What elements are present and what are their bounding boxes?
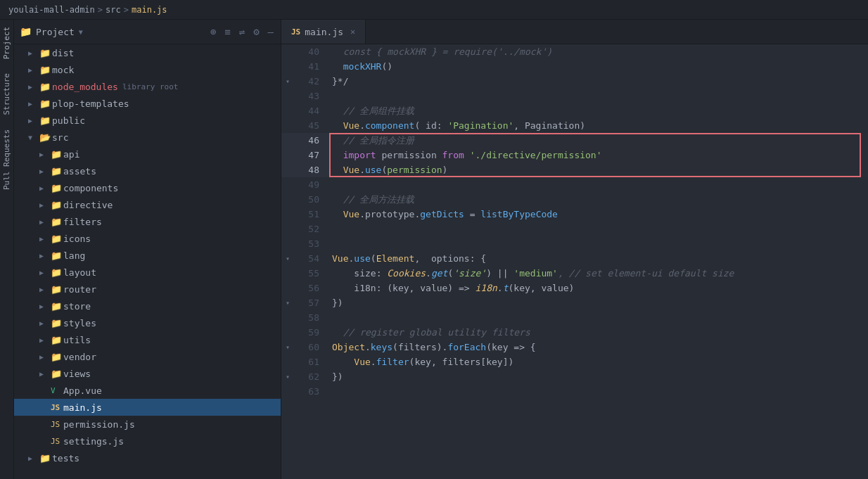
gutter-54[interactable]: ▾ — [281, 251, 294, 266]
locate-file-icon[interactable]: ⊕ — [209, 25, 217, 39]
ln-59: 59 — [294, 325, 329, 340]
tree-label-router: router — [63, 284, 96, 295]
tree-item-permission-js[interactable]: JS permission.js — [14, 416, 281, 433]
tree-item-src[interactable]: ▼ 📂 src — [14, 129, 281, 146]
arrow-icon: ▶ — [28, 83, 39, 91]
file-icon-js-permission: JS — [51, 420, 63, 429]
folder-icon-node-modules: 📁 — [39, 82, 52, 92]
ln-45: 45 — [294, 118, 329, 133]
tree-label-permission-js: permission.js — [63, 419, 135, 430]
sidebar-tab-pull-requests[interactable]: Pull Requests — [0, 122, 13, 197]
file-tree-content[interactable]: ▶ 📁 dist ▶ 📁 mock ▶ 📁 node_modules libra… — [14, 44, 281, 479]
lc-59: // register global utility filters — [329, 325, 868, 340]
editor-area: JS main.js ✕ 40 const { mockXHR } = requ… — [281, 20, 868, 479]
tree-label-views: views — [63, 369, 91, 379]
tree-item-mock[interactable]: ▶ 📁 mock — [14, 61, 281, 78]
arrow-icon: ▶ — [39, 302, 51, 310]
tree-item-directive[interactable]: ▶ 📁 directive — [14, 196, 281, 213]
lc-51: Vue.prototype.getDicts = listByTypeCode — [329, 207, 868, 222]
tree-item-settings-js[interactable]: JS settings.js — [14, 433, 281, 449]
tree-item-public[interactable]: ▶ 📁 public — [14, 112, 281, 129]
folder-icon-assets: 📁 — [51, 166, 63, 177]
ln-62: 62 — [294, 369, 329, 384]
file-icon-vue: V — [51, 386, 63, 395]
gutter-60[interactable]: ▾ — [281, 340, 294, 355]
tree-item-tests[interactable]: ▶ 📁 tests — [14, 449, 281, 466]
ln-56: 56 — [294, 281, 329, 295]
tree-item-store[interactable]: ▶ 📁 store — [14, 298, 281, 314]
file-tree-panel: 📁 Project ▼ ⊕ ≡ ⇌ ⚙ — ▶ 📁 dist ▶ 📁 — [14, 20, 281, 479]
lc-54: Vue.use(Element, options: { — [329, 251, 868, 266]
code-line-57: ▾ 57 }) — [281, 295, 868, 310]
folder-icon-layout: 📁 — [51, 267, 63, 278]
tree-item-lang[interactable]: ▶ 📁 lang — [14, 247, 281, 264]
gutter-57[interactable]: ▾ — [281, 295, 294, 310]
arrow-icon: ▶ — [39, 286, 51, 293]
arrow-icon: ▶ — [28, 49, 39, 57]
sidebar-tab-structure[interactable]: Structure — [0, 66, 13, 122]
tree-label-api: api — [63, 149, 79, 160]
code-line-50: 50 // 全局方法挂载 — [281, 192, 868, 207]
tree-item-vendor[interactable]: ▶ 📁 vendor — [14, 348, 281, 365]
folder-icon-mock: 📁 — [39, 65, 52, 75]
code-editor[interactable]: 40 const { mockXHR } = require('../mock'… — [281, 44, 868, 479]
folder-icon-components: 📁 — [51, 183, 63, 193]
tree-item-node-modules[interactable]: ▶ 📁 node_modules library root — [14, 78, 281, 95]
tree-item-api[interactable]: ▶ 📁 api — [14, 146, 281, 162]
code-line-62: ▾ 62 }) — [281, 369, 868, 384]
lc-61: Vue.filter(key, filters[key]) — [329, 355, 868, 369]
tree-item-views[interactable]: ▶ 📁 views — [14, 365, 281, 382]
lc-46: // 全局指令注册 — [329, 133, 868, 148]
tree-item-main-js[interactable]: JS main.js — [14, 399, 281, 416]
sidebar-tab-project[interactable]: Project — [0, 20, 13, 66]
code-line-56: 56 i18n: (key, value) => i18n.t(key, val… — [281, 281, 868, 295]
arrow-icon: ▶ — [39, 184, 51, 192]
tab-close-icon[interactable]: ✕ — [350, 27, 355, 37]
tree-item-icons[interactable]: ▶ 📁 icons — [14, 230, 281, 247]
code-line-41: 41 mockXHR() — [281, 59, 868, 74]
dropdown-arrow-icon[interactable]: ▼ — [79, 28, 83, 36]
lc-40: const { mockXHR } = require('../mock') — [329, 44, 868, 59]
tree-item-layout[interactable]: ▶ 📁 layout — [14, 264, 281, 281]
gutter-62[interactable]: ▾ — [281, 369, 294, 384]
code-line-43: 43 — [281, 89, 868, 103]
folder-icon-filters: 📁 — [51, 217, 63, 227]
arrow-icon: ▶ — [39, 269, 51, 276]
project-title: 📁 Project ▼ — [20, 26, 83, 37]
breadcrumb-file[interactable]: main.js — [132, 5, 167, 15]
tree-item-styles[interactable]: ▶ 📁 styles — [14, 314, 281, 331]
tab-label-main-js: main.js — [305, 27, 343, 37]
tree-item-assets[interactable]: ▶ 📁 assets — [14, 162, 281, 179]
collapse-all-icon[interactable]: ≡ — [223, 25, 231, 39]
lc-48: Vue.use(permission) — [329, 162, 868, 177]
breadcrumb-src[interactable]: src — [106, 5, 121, 15]
gutter-42[interactable]: ▾ — [281, 74, 294, 89]
editor-tab-main-js[interactable]: JS main.js ✕ — [281, 20, 366, 44]
breadcrumb-arrow-1: > — [98, 5, 103, 15]
breadcrumb-arrow-2: > — [124, 5, 129, 15]
tree-item-filters[interactable]: ▶ 📁 filters — [14, 213, 281, 230]
tree-item-plop-templates[interactable]: ▶ 📁 plop-templates — [14, 95, 281, 112]
breadcrumb-project[interactable]: youlai-mall-admin — [8, 5, 95, 15]
tree-label-lang: lang — [63, 250, 85, 261]
ln-63: 63 — [294, 384, 329, 399]
expand-icon[interactable]: ⇌ — [238, 25, 246, 39]
code-line-45: 45 Vue.component( id: 'Pagination', Pagi… — [281, 118, 868, 133]
tree-item-utils[interactable]: ▶ 📁 utils — [14, 331, 281, 348]
tree-label-vendor: vendor — [63, 352, 96, 362]
code-line-47: 47 import permission from './directive/p… — [281, 148, 868, 162]
arrow-icon: ▶ — [28, 454, 39, 462]
ln-44: 44 — [294, 103, 329, 118]
arrow-icon: ▶ — [39, 235, 51, 243]
arrow-icon: ▶ — [39, 353, 51, 361]
tab-js-icon: JS — [291, 27, 300, 37]
close-panel-icon[interactable]: — — [267, 25, 275, 39]
tree-item-dist[interactable]: ▶ 📁 dist — [14, 44, 281, 61]
tree-item-components[interactable]: ▶ 📁 components — [14, 179, 281, 196]
tree-item-app-vue[interactable]: V App.vue — [14, 382, 281, 399]
code-line-53: 53 — [281, 236, 868, 251]
tree-badge-library-root: library root — [122, 82, 178, 91]
tree-label-styles: styles — [63, 318, 96, 328]
tree-item-router[interactable]: ▶ 📁 router — [14, 281, 281, 298]
settings-icon[interactable]: ⚙ — [252, 25, 260, 39]
